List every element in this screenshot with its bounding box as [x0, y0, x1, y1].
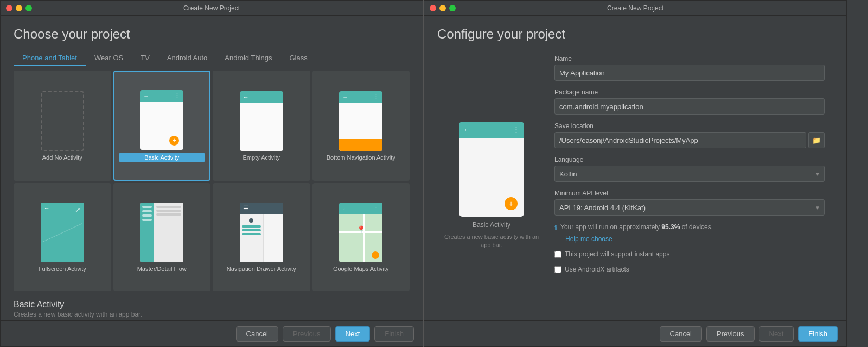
configure-form: Name Package name Save location 📁 Langua… — [546, 51, 833, 320]
right-window: Create New Project Configure your projec… — [424, 0, 847, 347]
card-basic-activity[interactable]: ← ⋮ + Basic Activity — [113, 71, 211, 181]
maps-fab — [372, 251, 379, 259]
maps-preview: ← ⋮ 📍 — [339, 203, 382, 262]
master-sidebar — [140, 203, 154, 262]
left-window: Create New Project Choose your project P… — [0, 0, 423, 347]
name-input[interactable] — [554, 65, 825, 81]
language-label: Language — [554, 156, 825, 163]
save-location-input[interactable] — [554, 132, 806, 148]
right-minimize-button[interactable] — [439, 5, 446, 11]
left-next-button[interactable]: Next — [335, 326, 371, 342]
info-circle-icon: ℹ — [554, 224, 557, 232]
left-previous-button[interactable]: Previous — [283, 326, 331, 342]
minimize-button[interactable] — [16, 5, 22, 11]
help-me-choose-link[interactable]: Help me choose — [565, 235, 825, 243]
configure-preview-phone: ← ⋮ + — [459, 122, 524, 217]
basic-activity-preview: ← ⋮ + — [140, 90, 183, 150]
language-select-wrapper: Kotlin Java ▼ — [554, 166, 825, 182]
right-close-button[interactable] — [430, 5, 436, 11]
activity-grid: Add No Activity ← ⋮ + Basic Activity — [14, 66, 410, 295]
maps-label: Google Maps Activity — [333, 266, 389, 272]
selected-description: Creates a new basic activity with an app… — [14, 311, 410, 318]
right-next-button[interactable]: Next — [759, 326, 794, 342]
maps-body: 📍 — [339, 214, 382, 262]
preview-app-bar: ← ⋮ — [140, 90, 183, 102]
instant-apps-row: This project will support instant apps — [554, 250, 825, 258]
master-detail-label: Master/Detail Flow — [137, 266, 187, 272]
left-footer: Cancel Previous Next Finish — [1, 320, 423, 346]
bottom-nav-body — [339, 103, 382, 151]
empty-body — [240, 103, 283, 151]
name-label: Name — [554, 55, 825, 62]
name-group: Name — [554, 55, 825, 81]
package-input[interactable] — [554, 98, 825, 115]
right-maximize-button[interactable] — [449, 5, 456, 11]
card-master-detail[interactable]: Master/Detail Flow — [113, 183, 211, 291]
tabs-bar: Phone and Tablet Wear OS TV Android Auto… — [14, 51, 410, 66]
card-no-activity[interactable]: Add No Activity — [14, 71, 111, 181]
left-cancel-button[interactable]: Cancel — [236, 326, 278, 342]
fs-diagonal — [42, 223, 82, 242]
bottom-nav-bar — [339, 139, 382, 151]
coverage-text: Your app will run on approximately 95.3%… — [560, 223, 713, 231]
right-previous-button[interactable]: Previous — [706, 326, 755, 342]
tab-android-things[interactable]: Android Things — [216, 51, 280, 66]
nav-drawer-preview: ☰ — [240, 203, 283, 262]
right-window-controls — [430, 5, 456, 11]
browse-folder-button[interactable]: 📁 — [808, 132, 825, 148]
card-maps[interactable]: ← ⋮ 📍 Google Maps Activity — [312, 183, 410, 291]
back-icon-empty: ← — [243, 94, 249, 100]
androidx-row: Use AndroidX artifacts — [554, 266, 825, 273]
drawer-line-1 — [242, 225, 261, 228]
min-api-select-wrapper: API 19: Android 4.4 (KitKat) API 21: And… — [554, 199, 825, 216]
sidebar-line-1 — [142, 206, 152, 208]
maps-app-bar: ← ⋮ — [339, 203, 382, 214]
coverage-line: ℹ Your app will run on approximately 95.… — [554, 223, 825, 232]
detail-line-2 — [156, 210, 181, 212]
card-empty-activity[interactable]: ← Empty Activity — [213, 71, 310, 181]
fs-back-icon: ← — [44, 205, 50, 211]
master-detail-preview — [140, 203, 183, 262]
tab-tv[interactable]: TV — [132, 51, 158, 66]
coverage-percent: 95.3% — [661, 223, 680, 231]
left-title-bar: Create New Project — [1, 1, 423, 16]
tab-wear-os[interactable]: Wear OS — [86, 51, 132, 66]
androidx-checkbox[interactable] — [554, 266, 561, 273]
fs-expand-icon: ⤢ — [75, 206, 81, 214]
tab-phone-tablet[interactable]: Phone and Tablet — [14, 51, 86, 66]
right-content-area: ← ⋮ + Basic Activity Creates a new basic… — [437, 51, 833, 320]
nav-drawer-app-bar: ☰ — [240, 203, 283, 214]
more-icon-maps: ⋮ — [373, 205, 379, 212]
right-page-heading: Configure your project — [437, 27, 833, 42]
maps-pin-icon: 📍 — [356, 225, 366, 234]
bottom-nav-label: Bottom Navigation Activity — [327, 154, 395, 161]
language-select[interactable]: Kotlin Java — [554, 166, 825, 182]
configure-preview-body: + — [459, 138, 524, 217]
tab-android-auto[interactable]: Android Auto — [158, 51, 216, 66]
right-cancel-button[interactable]: Cancel — [660, 326, 702, 342]
no-activity-icon — [41, 91, 84, 151]
more-icon-bn: ⋮ — [373, 93, 379, 100]
left-window-title: Create New Project — [183, 4, 240, 12]
min-api-select[interactable]: API 19: Android 4.4 (KitKat) API 21: And… — [554, 199, 825, 216]
card-nav-drawer[interactable]: ☰ Navigation Drawer Activity — [213, 183, 310, 291]
right-footer: Cancel Previous Next Finish — [424, 320, 846, 346]
left-window-content: Choose your project Phone and Tablet Wea… — [1, 16, 423, 320]
card-bottom-nav[interactable]: ← ⋮ Bottom Navigation Activity — [312, 71, 410, 181]
left-finish-button[interactable]: Finish — [374, 326, 414, 342]
right-window-content: Configure your project ← ⋮ + Basic Activ… — [424, 16, 846, 320]
right-finish-button[interactable]: Finish — [798, 326, 838, 342]
min-api-label: Minimum API level — [554, 190, 825, 197]
card-fullscreen[interactable]: ← ⤢ Fullscreen Activity — [14, 183, 111, 291]
map-road-v — [363, 214, 365, 262]
nav-drawer-body — [240, 214, 283, 262]
tab-glass[interactable]: Glass — [280, 51, 316, 66]
maximize-button[interactable] — [25, 5, 32, 11]
min-api-group: Minimum API level API 19: Android 4.4 (K… — [554, 190, 825, 216]
instant-apps-label: This project will support instant apps — [565, 250, 669, 258]
detail-line-3 — [156, 213, 181, 216]
instant-apps-checkbox[interactable] — [554, 251, 561, 258]
sidebar-line-2 — [142, 210, 152, 212]
close-button[interactable] — [6, 5, 12, 11]
basic-activity-label: Basic Activity — [119, 153, 206, 162]
